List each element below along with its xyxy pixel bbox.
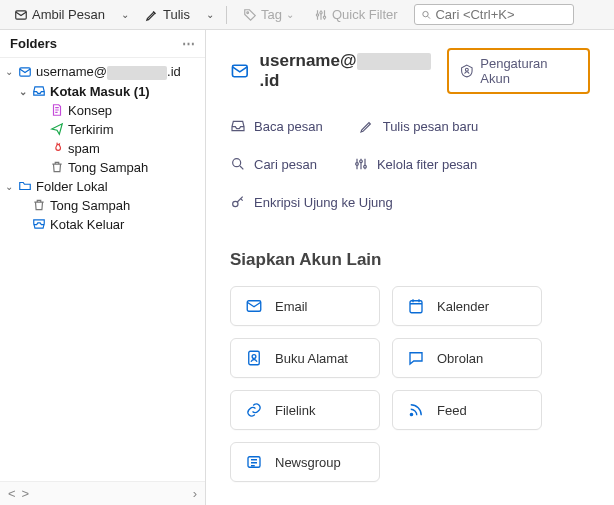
local-trash-label: Tong Sampah [50, 198, 130, 213]
read-messages-label: Baca pesan [254, 119, 323, 134]
link-icon [245, 401, 263, 419]
compose-link[interactable]: Tulis pesan baru [359, 118, 479, 134]
search-input[interactable] [435, 7, 566, 22]
trash-icon [32, 198, 46, 212]
svg-point-17 [252, 355, 256, 359]
svg-point-18 [410, 413, 412, 415]
rss-icon [407, 401, 425, 419]
toolbar: Ambil Pesan ⌄ Tulis ⌄ Tag ⌄ Quick Filter [0, 0, 614, 30]
account-settings-label: Pengaturan Akun [480, 56, 578, 86]
svg-point-2 [316, 13, 318, 15]
local-folders-row[interactable]: ⌄ Folder Lokal [0, 177, 205, 196]
setup-cards: Email Kalender Buku Alamat Obrolan Filel… [230, 286, 590, 482]
mail-icon [245, 297, 263, 315]
account-row[interactable]: ⌄ username@.id [0, 62, 205, 82]
local-trash-row[interactable]: Tong Sampah [0, 196, 205, 215]
sent-row[interactable]: Terkirim [0, 120, 205, 139]
e2e-encryption-link[interactable]: Enkripsi Ujung ke Ujung [230, 194, 393, 210]
setup-newsgroup-label: Newsgroup [275, 455, 341, 470]
get-messages-label: Ambil Pesan [32, 7, 105, 22]
trash-icon [50, 160, 64, 174]
inbox-row[interactable]: ⌄ Kotak Masuk (1) [0, 82, 205, 101]
quick-filter-button[interactable]: Quick Filter [306, 4, 406, 25]
setup-chat-card[interactable]: Obrolan [392, 338, 542, 378]
account-heading: username@.id [230, 51, 447, 91]
quick-filter-label: Quick Filter [332, 7, 398, 22]
account-central: username@.id Pengaturan Akun Baca pesan … [206, 30, 614, 505]
inbox-icon [230, 118, 246, 134]
twisty-down-icon[interactable]: ⌄ [4, 181, 14, 192]
setup-calendar-card[interactable]: Kalender [392, 286, 542, 326]
folder-icon [18, 179, 32, 193]
newsgroup-icon [245, 453, 263, 471]
setup-contacts-label: Buku Alamat [275, 351, 348, 366]
tag-button[interactable]: Tag ⌄ [235, 4, 302, 25]
twisty-down-icon[interactable]: ⌄ [4, 66, 14, 77]
trash-row[interactable]: Tong Sampah [0, 158, 205, 177]
manage-filters-label: Kelola fiter pesan [377, 157, 477, 172]
pencil-icon [359, 118, 375, 134]
get-messages-button[interactable]: Ambil Pesan [6, 4, 113, 25]
drafts-row[interactable]: Konsep [0, 101, 205, 120]
addressbook-icon [245, 349, 263, 367]
search-messages-label: Cari pesan [254, 157, 317, 172]
spam-row[interactable]: spam [0, 139, 205, 158]
search-icon [230, 156, 246, 172]
flame-icon [50, 141, 64, 155]
setup-email-label: Email [275, 299, 308, 314]
setup-contacts-card[interactable]: Buku Alamat [230, 338, 380, 378]
write-button[interactable]: Tulis [137, 4, 198, 25]
inbox-icon [32, 84, 46, 98]
svg-point-10 [356, 163, 359, 166]
account-settings-button[interactable]: Pengaturan Akun [447, 48, 590, 94]
sent-icon [50, 122, 64, 136]
mail-icon [230, 61, 250, 81]
search-messages-link[interactable]: Cari pesan [230, 156, 317, 172]
setup-filelink-card[interactable]: Filelink [230, 390, 380, 430]
outbox-row[interactable]: Kotak Keluar [0, 215, 205, 234]
read-messages-link[interactable]: Baca pesan [230, 118, 323, 134]
svg-point-8 [465, 68, 468, 71]
setup-feed-card[interactable]: Feed [392, 390, 542, 430]
write-dropdown[interactable]: ⌄ [202, 9, 218, 20]
folder-pane-title: Folders [10, 36, 57, 51]
setup-another-title: Siapkan Akun Lain [230, 250, 590, 270]
trash-label: Tong Sampah [68, 160, 148, 175]
account-heading-text: username@.id [260, 51, 447, 91]
manage-filters-link[interactable]: Kelola fiter pesan [353, 156, 477, 172]
setup-filelink-label: Filelink [275, 403, 315, 418]
svg-point-5 [422, 11, 427, 16]
mail-account-icon [18, 65, 32, 79]
folder-pane-menu[interactable]: ⋯ [182, 36, 195, 51]
inbox-download-icon [14, 8, 28, 22]
footer-right-arrow[interactable]: › [193, 486, 197, 501]
setup-feed-label: Feed [437, 403, 467, 418]
compose-label: Tulis pesan baru [383, 119, 479, 134]
setup-newsgroup-card[interactable]: Newsgroup [230, 442, 380, 482]
setup-email-card[interactable]: Email [230, 286, 380, 326]
sliders-icon [353, 156, 369, 172]
local-folders-label: Folder Lokal [36, 179, 108, 194]
search-field-wrap[interactable] [414, 4, 574, 25]
folder-pane-header: Folders ⋯ [0, 30, 205, 58]
svg-point-1 [247, 11, 249, 13]
outbox-label: Kotak Keluar [50, 217, 124, 232]
filter-icon [314, 8, 328, 22]
key-icon [230, 194, 246, 210]
setup-calendar-label: Kalender [437, 299, 489, 314]
calendar-icon [407, 297, 425, 315]
account-actions: Baca pesan Tulis pesan baru Cari pesan K… [230, 118, 590, 210]
footer-arrows[interactable]: <> [8, 486, 29, 501]
tag-icon [243, 8, 257, 22]
pencil-icon [145, 8, 159, 22]
twisty-down-icon[interactable]: ⌄ [18, 86, 28, 97]
e2e-encryption-label: Enkripsi Ujung ke Ujung [254, 195, 393, 210]
user-settings-icon [459, 63, 475, 79]
account-label: username@.id [36, 64, 181, 80]
inbox-label: Kotak Masuk (1) [50, 84, 150, 99]
get-messages-dropdown[interactable]: ⌄ [117, 9, 133, 20]
drafts-label: Konsep [68, 103, 112, 118]
folder-pane-footer: <> › [0, 481, 205, 505]
svg-point-9 [233, 159, 241, 167]
svg-point-11 [360, 160, 363, 163]
